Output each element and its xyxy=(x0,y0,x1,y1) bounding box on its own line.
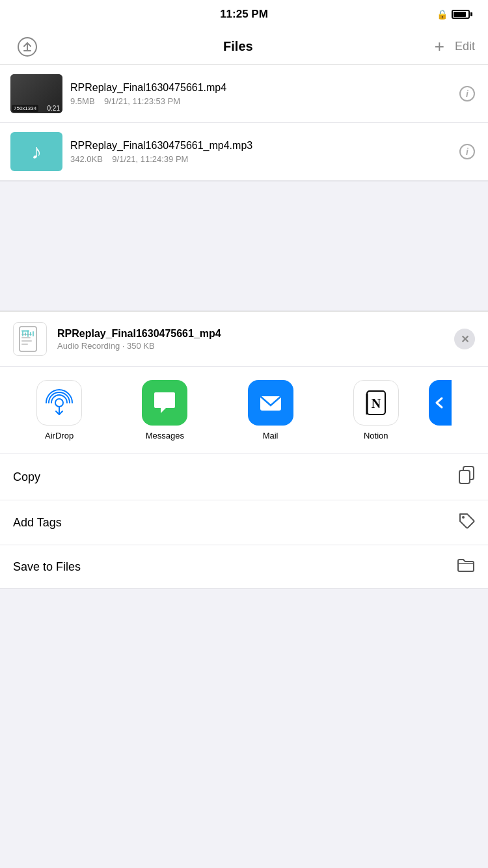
svg-rect-5 xyxy=(21,337,31,338)
share-app-messages[interactable]: Messages xyxy=(112,380,217,441)
copy-svg-icon xyxy=(458,466,475,484)
file-item-audio[interactable]: ♪ RPReplay_Final1630475661_mp4.mp3 342.0… xyxy=(0,123,488,181)
notion-icon: N xyxy=(362,388,390,417)
airdrop-icon-wrapper xyxy=(36,380,82,426)
share-file-name: RPReplay_Final1630475661_mp4 xyxy=(57,328,444,340)
add-tags-action[interactable]: Add Tags xyxy=(0,500,488,545)
add-tags-label: Add Tags xyxy=(13,516,62,530)
svg-point-21 xyxy=(462,516,465,519)
edit-button[interactable]: Edit xyxy=(455,40,475,53)
file-name-video: RPReplay_Final1630475661.mp4 xyxy=(70,82,449,94)
info-button-audio[interactable]: i xyxy=(457,141,478,162)
video-duration-label: 0:21 xyxy=(47,105,60,112)
copy-label: Copy xyxy=(13,470,40,484)
airdrop-label: AirDrop xyxy=(45,431,74,441)
partial-chevron-icon xyxy=(430,393,450,413)
share-file-icon xyxy=(13,322,47,356)
battery-icon xyxy=(452,10,472,19)
lock-icon: 🔒 xyxy=(437,9,448,20)
airdrop-icon xyxy=(45,388,74,417)
add-button[interactable]: + xyxy=(435,36,444,57)
messages-label: Messages xyxy=(146,431,184,441)
partial-app-icon xyxy=(429,380,452,426)
nav-actions: + Edit xyxy=(435,36,475,57)
svg-rect-20 xyxy=(459,470,470,483)
nav-bar: Files + Edit xyxy=(0,29,488,65)
share-close-button[interactable]: ✕ xyxy=(454,329,475,349)
status-bar: 11:25 PM 🔒 xyxy=(0,0,488,29)
svg-point-13 xyxy=(55,399,63,407)
status-right: 🔒 xyxy=(433,9,472,20)
file-list: 488x868 0:21 RPReplay_Final1630475661.m… xyxy=(0,65,488,181)
file-thumbnail-video: 488x868 0:21 xyxy=(10,74,62,113)
share-app-partial[interactable] xyxy=(429,380,481,441)
page-title: Files xyxy=(42,39,435,54)
mail-icon xyxy=(256,388,285,417)
share-app-mail[interactable]: Mail xyxy=(217,380,323,441)
info-button-video[interactable]: i xyxy=(457,83,478,104)
app-row: AirDrop Messages Mail xyxy=(0,367,488,454)
share-app-airdrop[interactable]: AirDrop xyxy=(7,380,112,441)
audio-file-icon xyxy=(18,326,42,352)
file-meta-audio: 342.0KB 9/1/21, 11:24:39 PM xyxy=(70,154,449,164)
folder-svg-icon xyxy=(457,557,475,573)
status-time: 11:25 PM xyxy=(55,8,433,21)
svg-rect-8 xyxy=(22,331,23,336)
video-resolution-label: 488x868 xyxy=(12,105,38,112)
share-sheet: RPReplay_Final1630475661_mp4 Audio Recor… xyxy=(0,311,488,589)
upload-icon xyxy=(17,36,38,57)
save-to-files-label: Save to Files xyxy=(13,560,81,574)
svg-rect-10 xyxy=(27,331,29,337)
empty-area xyxy=(0,181,488,311)
tag-svg-icon xyxy=(458,512,475,529)
file-info-audio: RPReplay_Final1630475661_mp4.mp3 342.0KB… xyxy=(70,140,449,164)
share-file-details: RPReplay_Final1630475661_mp4 Audio Recor… xyxy=(57,328,444,351)
svg-rect-7 xyxy=(21,344,28,345)
svg-rect-11 xyxy=(30,332,31,336)
svg-rect-6 xyxy=(21,340,32,342)
file-thumbnail-audio: ♪ xyxy=(10,132,62,171)
file-item-video[interactable]: 488x868 0:21 RPReplay_Final1630475661.m… xyxy=(0,65,488,123)
mail-icon-wrapper xyxy=(248,380,293,426)
share-header: RPReplay_Final1630475661_mp4 Audio Recor… xyxy=(0,312,488,367)
messages-icon-wrapper xyxy=(142,380,187,426)
copy-icon xyxy=(458,466,475,488)
svg-rect-12 xyxy=(33,331,34,336)
share-app-notion[interactable]: N Notion xyxy=(323,380,429,441)
notion-icon-wrapper: N xyxy=(353,380,399,426)
notion-label: Notion xyxy=(364,431,388,441)
file-name-audio: RPReplay_Final1630475661_mp4.mp3 xyxy=(70,140,449,152)
copy-action[interactable]: Copy xyxy=(0,454,488,500)
folder-icon xyxy=(457,557,475,576)
mail-label: Mail xyxy=(263,431,278,441)
upload-button[interactable] xyxy=(13,33,42,61)
share-file-type: Audio Recording · 350 KB xyxy=(57,341,444,351)
tag-icon xyxy=(458,512,475,533)
close-icon: ✕ xyxy=(461,333,469,346)
messages-icon xyxy=(150,388,179,417)
save-to-files-action[interactable]: Save to Files xyxy=(0,545,488,589)
svg-text:N: N xyxy=(372,396,381,411)
file-meta-video: 9.5MB 9/1/21, 11:23:53 PM xyxy=(70,96,449,106)
music-note-icon: ♪ xyxy=(31,140,42,164)
svg-rect-9 xyxy=(25,332,26,336)
file-info-video: RPReplay_Final1630475661.mp4 9.5MB 9/1/2… xyxy=(70,82,449,106)
